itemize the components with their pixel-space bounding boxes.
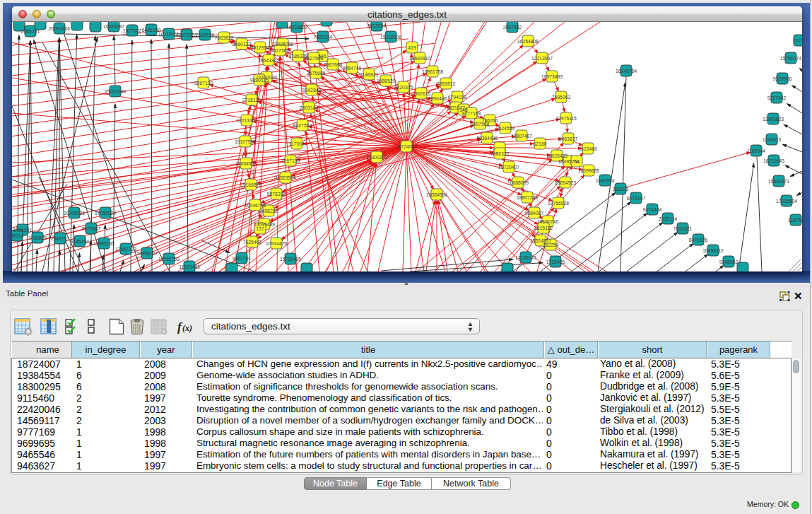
svg-text:10654112: 10654112 (702, 248, 724, 253)
svg-text:958923: 958923 (613, 187, 629, 192)
svg-text:2087682: 2087682 (503, 25, 522, 30)
svg-text:10807487: 10807487 (511, 134, 532, 139)
svg-text:62160: 62160 (534, 141, 547, 146)
svg-text:9227342: 9227342 (767, 95, 787, 100)
svg-text:9777169: 9777169 (462, 111, 481, 116)
svg-text:23300203: 23300203 (366, 155, 387, 160)
svg-text:16648764: 16648764 (616, 69, 637, 74)
svg-text:20364436: 20364436 (476, 136, 498, 141)
svg-text:117004: 117004 (289, 141, 305, 146)
svg-text:6794028: 6794028 (448, 95, 467, 100)
svg-text:9146821: 9146821 (360, 72, 379, 77)
svg-text:9975867: 9975867 (82, 226, 101, 231)
svg-text:419: 419 (408, 45, 416, 50)
svg-text:10099695: 10099695 (578, 168, 599, 173)
svg-text:8454749: 8454749 (343, 66, 362, 71)
svg-text:2942757: 2942757 (51, 236, 70, 241)
svg-text:2055721: 2055721 (21, 29, 40, 34)
svg-text:6479197: 6479197 (627, 196, 646, 201)
svg-text:2935114: 2935114 (659, 216, 677, 221)
svg-text:16782759: 16782759 (158, 257, 180, 262)
svg-text:2967608: 2967608 (324, 62, 343, 67)
svg-text:18807249: 18807249 (517, 195, 538, 200)
svg-text:9115460: 9115460 (579, 146, 597, 151)
svg-text:7663822: 7663822 (215, 35, 234, 40)
svg-text:9327508: 9327508 (305, 56, 324, 61)
svg-text:1244415: 1244415 (763, 137, 782, 142)
svg-text:19654923: 19654923 (555, 180, 576, 185)
svg-text:23226058: 23226058 (272, 42, 293, 47)
svg-text:7632621: 7632621 (673, 226, 693, 231)
svg-text:10973493: 10973493 (541, 74, 563, 79)
svg-text:10120746: 10120746 (537, 219, 558, 224)
svg-text:9084067: 9084067 (525, 211, 544, 216)
svg-text:11923448: 11923448 (179, 264, 200, 269)
svg-text:8471676: 8471676 (689, 238, 708, 243)
svg-text:16154808: 16154808 (517, 39, 539, 44)
svg-text:18640910: 18640910 (409, 56, 430, 61)
svg-text:12975115: 12975115 (555, 116, 577, 121)
svg-text:3675685: 3675685 (307, 71, 326, 76)
svg-text:16671355: 16671355 (176, 33, 197, 37)
svg-text:7625402: 7625402 (243, 240, 262, 245)
svg-text:15692971: 15692971 (768, 179, 789, 184)
svg-text:1156829: 1156829 (28, 235, 47, 240)
svg-text:11353594: 11353594 (275, 175, 296, 180)
svg-text:9474444: 9474444 (643, 207, 662, 212)
svg-text:3624554: 3624554 (496, 126, 515, 131)
svg-text:16210643: 16210643 (763, 158, 784, 163)
svg-text:9890125: 9890125 (250, 78, 269, 83)
svg-text:9245652: 9245652 (719, 259, 739, 264)
svg-text:10958107: 10958107 (136, 251, 158, 256)
svg-text:1362615: 1362615 (412, 91, 431, 96)
svg-text:12213363: 12213363 (236, 118, 257, 123)
svg-text:3267130: 3267130 (194, 81, 213, 86)
svg-text:7955812: 7955812 (437, 81, 456, 86)
svg-text:25053346: 25053346 (105, 89, 126, 94)
svg-text:3267130: 3267130 (281, 158, 300, 163)
svg-text:19756928: 19756928 (548, 201, 569, 206)
svg-text:9857791: 9857791 (233, 256, 252, 261)
svg-text:19166829: 19166829 (240, 182, 261, 187)
svg-text:2803144: 2803144 (300, 105, 319, 110)
svg-text:7986322: 7986322 (490, 151, 510, 156)
svg-text:15716485: 15716485 (280, 257, 301, 262)
svg-text:20091406: 20091406 (49, 26, 70, 31)
svg-text:1640954: 1640954 (596, 178, 615, 183)
svg-text:(x): (x) (182, 323, 192, 333)
svg-text:10653287: 10653287 (103, 24, 124, 29)
svg-text:10025433: 10025433 (546, 153, 567, 158)
svg-text:15720407: 15720407 (498, 165, 519, 170)
svg-text:16033809: 16033809 (286, 25, 307, 30)
svg-text:1189544: 1189544 (747, 148, 765, 153)
svg-text:7357224: 7357224 (314, 35, 333, 40)
svg-text:10046756: 10046756 (245, 203, 266, 208)
svg-text:8220375: 8220375 (394, 85, 413, 90)
svg-text:157: 157 (256, 226, 264, 231)
svg-text:1527602: 1527602 (123, 28, 142, 33)
svg-text:11124: 11124 (793, 38, 802, 43)
svg-text:19654955: 19654955 (235, 161, 257, 166)
svg-text:15751074: 15751074 (780, 56, 801, 61)
svg-text:20206536: 20206536 (64, 211, 85, 216)
svg-text:10688609: 10688609 (507, 180, 529, 185)
svg-text:17359924: 17359924 (95, 211, 116, 216)
svg-text:9463627: 9463627 (559, 136, 578, 141)
svg-text:6497568: 6497568 (471, 122, 490, 127)
svg-text:12213967: 12213967 (531, 56, 553, 61)
svg-text:9327506: 9327506 (271, 48, 290, 53)
svg-text:8990448: 8990448 (428, 96, 447, 101)
svg-text:7515526: 7515526 (196, 33, 215, 37)
svg-text:10107552: 10107552 (235, 139, 256, 144)
svg-text:252254: 252254 (543, 243, 559, 247)
svg-text:1588520: 1588520 (377, 78, 396, 83)
svg-text:17016504: 17016504 (776, 199, 797, 204)
svg-text:19218506: 19218506 (380, 35, 401, 40)
svg-text:10961758: 10961758 (422, 69, 443, 74)
svg-text:64: 64 (574, 159, 579, 164)
svg-text:2718120: 2718120 (242, 98, 261, 103)
svg-text:17957223: 17957223 (115, 247, 136, 252)
svg-text:18724007: 18724007 (396, 144, 417, 149)
svg-text:10543362: 10543362 (258, 58, 279, 63)
svg-text:10914479: 10914479 (266, 241, 287, 246)
